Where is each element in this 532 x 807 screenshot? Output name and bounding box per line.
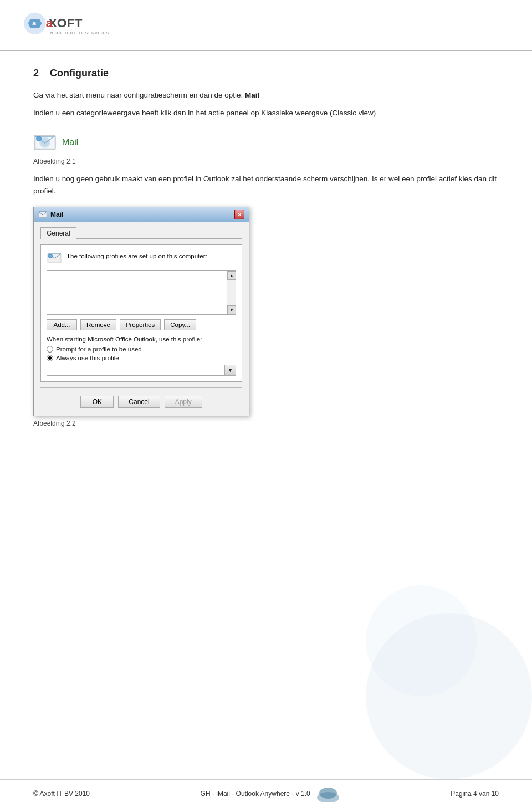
svg-text:a: a bbox=[46, 16, 53, 30]
page-header: a XOFT INCREDIBLE IT SERVICES a bbox=[0, 0, 532, 51]
scroll-thumb bbox=[227, 280, 236, 305]
paragraph-3: Indien u nog geen gebruik maakt van een … bbox=[33, 173, 499, 197]
dialog-wrapper: Mail ✕ General bbox=[33, 207, 499, 416]
radio-prompt[interactable] bbox=[47, 346, 53, 353]
dialog-divider bbox=[40, 387, 242, 388]
remove-button[interactable]: Remove bbox=[80, 319, 116, 330]
svg-point-20 bbox=[319, 788, 337, 799]
paragraph-1: Ga via het start menu naar configuraties… bbox=[33, 89, 499, 101]
para1-text: Ga via het start menu naar configuraties… bbox=[33, 91, 245, 99]
scroll-down-arrow[interactable]: ▼ bbox=[227, 305, 236, 314]
startup-label: When starting Microsoft Office Outlook, … bbox=[47, 336, 236, 343]
footer-center: GH - iMail - Outlook Anywhere - v 1.0 bbox=[201, 785, 340, 802]
ok-button[interactable]: OK bbox=[80, 396, 114, 408]
svg-text:XOFT: XOFT bbox=[48, 16, 82, 30]
logo-container: a XOFT INCREDIBLE IT SERVICES a bbox=[22, 10, 510, 43]
dialog-close-button[interactable]: ✕ bbox=[234, 210, 244, 219]
add-button[interactable]: Add... bbox=[47, 319, 77, 330]
profile-list-box[interactable]: ▲ ▼ bbox=[47, 270, 236, 315]
apply-button[interactable]: Apply bbox=[165, 396, 202, 408]
profile-dropdown[interactable] bbox=[47, 365, 225, 376]
profile-button-row: Add... Remove Properties Copy... bbox=[47, 319, 236, 330]
section-title: Configuratie bbox=[50, 68, 109, 79]
para1-bold: Mail bbox=[245, 91, 259, 99]
bg-decoration-1 bbox=[366, 613, 532, 779]
svg-text:INCREDIBLE IT SERVICES: INCREDIBLE IT SERVICES bbox=[48, 30, 109, 35]
bg-decoration-2 bbox=[366, 585, 477, 696]
profile-description: The following profiles are set up on thi… bbox=[66, 251, 207, 259]
dialog-title: Mail bbox=[50, 211, 63, 218]
footer-copyright: © Axoft IT BV 2010 bbox=[33, 790, 90, 798]
radio-always-label: Always use this profile bbox=[56, 355, 119, 361]
mail-dialog: Mail ✕ General bbox=[33, 207, 249, 416]
footer-logo-icon bbox=[316, 785, 340, 802]
mail-icon-row: Mail bbox=[33, 131, 499, 154]
properties-button[interactable]: Properties bbox=[120, 319, 161, 330]
mail-label: Mail bbox=[62, 137, 78, 147]
tab-general[interactable]: General bbox=[40, 227, 76, 239]
mail-app-icon bbox=[33, 131, 57, 154]
svg-text:a: a bbox=[32, 19, 37, 27]
svg-point-18 bbox=[49, 255, 52, 258]
radio-always[interactable] bbox=[47, 355, 53, 361]
dialog-inner-box: The following profiles are set up on thi… bbox=[40, 244, 242, 382]
axoft-logo: a XOFT INCREDIBLE IT SERVICES a bbox=[22, 10, 122, 43]
main-content: 2 Configuratie Ga via het start menu naa… bbox=[0, 51, 532, 457]
dialog-titlebar: Mail ✕ bbox=[34, 207, 249, 222]
dialog-bottom-buttons: OK Cancel Apply bbox=[40, 394, 242, 408]
caption-1: Afbeelding 2.1 bbox=[33, 157, 499, 165]
dialog-icon bbox=[38, 210, 47, 219]
radio-prompt-label: Prompt for a profile to be used bbox=[56, 346, 142, 353]
cancel-button[interactable]: Cancel bbox=[118, 396, 160, 408]
profile-dropdown-row: ▼ bbox=[47, 365, 236, 376]
radio-prompt-row[interactable]: Prompt for a profile to be used bbox=[47, 346, 236, 353]
svg-point-12 bbox=[37, 137, 41, 141]
scrollbar[interactable]: ▲ ▼ bbox=[227, 271, 236, 314]
caption-2: Afbeelding 2.2 bbox=[33, 420, 499, 427]
footer-page-info: Pagina 4 van 10 bbox=[451, 790, 499, 798]
dialog-tab-bar: General bbox=[40, 227, 242, 239]
footer-center-text: GH - iMail - Outlook Anywhere - v 1.0 bbox=[201, 790, 310, 798]
section-heading: 2 Configuratie bbox=[33, 68, 499, 79]
copy-button[interactable]: Copy... bbox=[164, 319, 196, 330]
profile-icon-row: The following profiles are set up on thi… bbox=[47, 251, 236, 266]
page-footer: © Axoft IT BV 2010 GH - iMail - Outlook … bbox=[0, 779, 532, 807]
dropdown-arrow[interactable]: ▼ bbox=[225, 365, 236, 376]
radio-always-row[interactable]: Always use this profile bbox=[47, 355, 236, 361]
section-number: 2 bbox=[33, 68, 39, 79]
paragraph-2: Indien u een categorieweergave heeft kli… bbox=[33, 107, 499, 119]
profile-icon bbox=[47, 251, 62, 266]
scroll-up-arrow[interactable]: ▲ bbox=[227, 271, 236, 280]
dialog-body: General The following profiles are set u… bbox=[34, 222, 249, 416]
